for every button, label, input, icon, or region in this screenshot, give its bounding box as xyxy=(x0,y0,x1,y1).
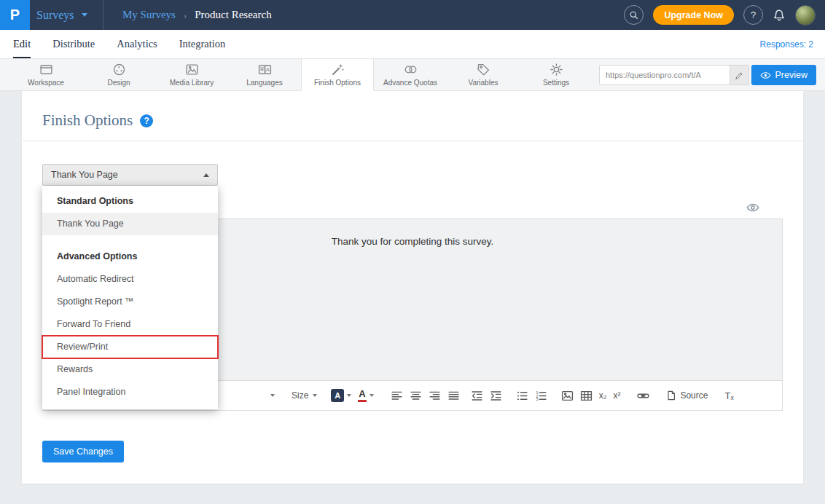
remove-format-button[interactable]: Tₓ xyxy=(724,390,733,401)
save-changes-button[interactable]: Save Changes xyxy=(42,441,124,462)
survey-url-input[interactable] xyxy=(600,71,730,79)
top-bar: P Surveys My Surveys › Product Research … xyxy=(0,0,825,30)
chevron-up-icon xyxy=(203,173,209,177)
bullet-list-icon xyxy=(516,390,528,402)
svg-text:A: A xyxy=(265,66,270,73)
background-color-icon: A xyxy=(331,389,344,402)
user-avatar[interactable] xyxy=(795,5,816,25)
menu-item-panel-integration[interactable]: Panel Integration xyxy=(42,381,218,403)
title-divider xyxy=(22,141,803,141)
search-button[interactable] xyxy=(624,5,644,25)
subscript-button[interactable]: x₂ xyxy=(599,390,607,401)
finish-option-select[interactable]: Thank You Page xyxy=(42,164,218,186)
finish-option-menu: Standard Options Thank You Page Advanced… xyxy=(42,186,218,409)
menu-group-standard-options: Standard Options xyxy=(42,190,218,213)
table-icon xyxy=(580,390,593,402)
pencil-icon xyxy=(735,71,744,80)
page-title-row: Finish Options ? xyxy=(42,111,153,130)
chevron-down-icon xyxy=(82,13,87,17)
preview-button[interactable]: Preview xyxy=(751,65,816,85)
decrease-indent-button[interactable] xyxy=(471,387,483,404)
superscript-button[interactable]: x² xyxy=(613,390,620,401)
menu-item-spotlight-report[interactable]: Spotlight Report ™ xyxy=(42,291,218,313)
align-center-icon xyxy=(410,390,422,402)
indent-icon xyxy=(490,390,502,402)
help-button[interactable]: ? xyxy=(743,5,763,25)
link-icon xyxy=(637,390,649,402)
ribbon-item-languages[interactable]: A Languages xyxy=(228,59,301,90)
responses-count[interactable]: Responses: 2 xyxy=(760,30,813,58)
edit-ribbon: Workspace Design Media Library xyxy=(0,59,825,91)
preview-label: Preview xyxy=(775,70,808,80)
align-center-button[interactable] xyxy=(410,387,422,404)
text-color-icon: A xyxy=(358,389,366,402)
advance-quotas-icon xyxy=(404,63,418,76)
breadcrumb: My Surveys › Product Research xyxy=(122,9,272,21)
insert-image-button[interactable] xyxy=(561,387,574,404)
page-title: Finish Options xyxy=(42,111,133,130)
variables-tag-icon xyxy=(477,63,490,76)
editor-visibility-toggle[interactable] xyxy=(746,201,759,214)
menu-group-spacer xyxy=(42,235,218,245)
numbered-list-button[interactable]: 1 2 3 xyxy=(535,387,547,404)
ribbon-item-advance-quotas[interactable]: Advance Quotas xyxy=(374,59,447,90)
align-left-icon xyxy=(391,390,403,402)
align-justify-button[interactable] xyxy=(447,387,460,404)
ribbon-item-finish-options[interactable]: Finish Options xyxy=(301,59,374,90)
breadcrumb-separator: › xyxy=(184,9,187,21)
menu-item-forward-to-friend[interactable]: Forward To Friend xyxy=(42,313,218,336)
tab-analytics[interactable]: Analytics xyxy=(117,30,157,58)
eye-icon xyxy=(760,70,771,81)
app-screen: P Surveys My Surveys › Product Research … xyxy=(0,0,825,504)
thank-you-text: Thank you for completing this survey. xyxy=(332,236,494,247)
tab-integration[interactable]: Integration xyxy=(179,30,226,58)
align-justify-icon xyxy=(447,390,460,402)
notifications-button[interactable] xyxy=(773,9,786,22)
finish-options-card: Finish Options ? Thank you for completin… xyxy=(22,91,803,484)
svg-text:3: 3 xyxy=(536,397,538,401)
align-left-button[interactable] xyxy=(391,387,403,404)
image-icon xyxy=(561,390,574,402)
background-color-button[interactable]: A xyxy=(331,389,351,402)
hidden-dropdown-caret-icon[interactable] xyxy=(270,394,275,397)
source-button[interactable]: Source xyxy=(666,390,708,401)
menu-group-advanced-options: Advanced Options xyxy=(42,245,218,268)
bullet-list-button[interactable] xyxy=(516,387,528,404)
ribbon-item-design[interactable]: Design xyxy=(82,59,155,90)
ribbon-item-variables[interactable]: Variables xyxy=(447,59,520,90)
edit-url-button[interactable] xyxy=(730,66,748,84)
ribbon-item-media-library[interactable]: Media Library xyxy=(155,59,228,90)
tab-distribute[interactable]: Distribute xyxy=(52,30,95,58)
settings-gear-icon xyxy=(550,63,563,76)
product-switcher[interactable]: P Surveys xyxy=(0,0,103,30)
increase-indent-button[interactable] xyxy=(490,387,502,404)
outdent-icon xyxy=(471,390,483,402)
source-document-icon xyxy=(666,390,676,401)
text-color-button[interactable]: A xyxy=(358,389,373,402)
product-label[interactable]: Surveys xyxy=(36,9,74,22)
media-library-icon xyxy=(185,63,199,76)
questionpro-logo[interactable]: P xyxy=(0,0,30,30)
ribbon-item-settings[interactable]: Settings xyxy=(520,59,593,90)
menu-item-rewards[interactable]: Rewards xyxy=(42,358,218,381)
menu-item-review-print[interactable]: Review/Print xyxy=(42,336,218,358)
menu-item-thank-you-page[interactable]: Thank You Page xyxy=(42,213,218,235)
subscript-icon: x₂ xyxy=(599,390,607,401)
design-icon xyxy=(112,63,126,76)
numbered-list-icon: 1 2 3 xyxy=(535,390,547,402)
chevron-down-icon xyxy=(313,394,317,397)
survey-url-box xyxy=(599,65,749,85)
insert-link-button[interactable] xyxy=(637,387,649,404)
breadcrumb-my-surveys[interactable]: My Surveys xyxy=(122,9,176,21)
font-size-dropdown[interactable]: Size xyxy=(292,390,317,401)
topbar-actions: Upgrade Now ? xyxy=(624,5,825,25)
search-icon xyxy=(629,10,639,20)
menu-item-automatic-redirect[interactable]: Automatic Redirect xyxy=(42,268,218,291)
chevron-down-icon xyxy=(347,394,351,397)
ribbon-item-workspace[interactable]: Workspace xyxy=(9,59,82,90)
tab-edit[interactable]: Edit xyxy=(13,30,31,58)
insert-table-button[interactable] xyxy=(580,387,593,404)
title-help-icon[interactable]: ? xyxy=(140,114,153,127)
align-right-button[interactable] xyxy=(429,387,441,404)
upgrade-now-button[interactable]: Upgrade Now xyxy=(653,5,734,25)
